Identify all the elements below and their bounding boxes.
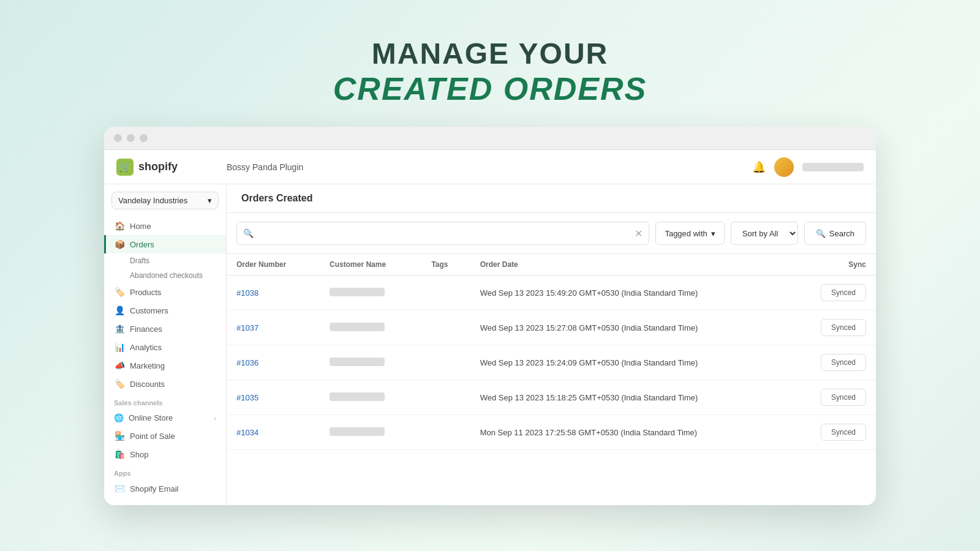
table: Order Number Customer Name Tags Order Da… (227, 254, 876, 450)
tags-cell (421, 345, 470, 380)
orders-icon: 📦 (114, 239, 125, 249)
sidebar-label-discounts: Discounts (130, 380, 165, 389)
online-store-icon: 🌐 (114, 413, 124, 422)
sidebar-item-shop[interactable]: 🛍️ Shop (104, 445, 226, 463)
sidebar: Vandelay Industries ▾ 🏠 Home 📦 Orders Dr… (104, 184, 227, 505)
sort-select[interactable]: Sort by All (731, 222, 798, 245)
sidebar-label-marketing: Marketing (130, 361, 165, 370)
browser-window: 🛒 shopify Bossy Panda Plugin 🔔 Vandelay … (104, 127, 876, 505)
traffic-light-close[interactable] (114, 134, 122, 142)
sidebar-item-online-store[interactable]: 🌐 Online Store › (104, 409, 226, 427)
col-order-number: Order Number (227, 254, 320, 276)
traffic-light-minimize[interactable] (127, 134, 135, 142)
tagged-with-label: Tagged with (665, 229, 707, 238)
table-row: #1034 Mon Sep 11 2023 17:25:58 GMT+0530 … (227, 415, 876, 450)
order-link[interactable]: #1038 (236, 288, 258, 298)
table-header-row: Order Number Customer Name Tags Order Da… (227, 254, 876, 276)
sidebar-item-customers[interactable]: 👤 Customers (104, 301, 226, 320)
sidebar-item-shopify-email[interactable]: ✉️ Shopify Email (104, 479, 226, 498)
search-button-label: Search (829, 229, 854, 238)
search-icon: 🔍 (243, 228, 254, 238)
customers-icon: 👤 (114, 305, 125, 315)
tags-cell (421, 310, 470, 345)
home-icon: 🏠 (114, 221, 125, 231)
email-icon: ✉️ (114, 484, 125, 493)
customer-name-blur (330, 288, 385, 296)
synced-button[interactable]: Synced (821, 319, 866, 336)
notification-bell-icon[interactable]: 🔔 (752, 160, 766, 174)
sidebar-item-products[interactable]: 🏷️ Products (104, 283, 226, 301)
sidebar-label-drafts: Drafts (130, 257, 149, 265)
sidebar-label-finances: Finances (130, 324, 162, 334)
shopify-logo-text: shopify (138, 160, 178, 173)
table-row: #1038 Wed Sep 13 2023 15:49:20 GMT+0530 … (227, 276, 876, 310)
col-order-date: Order Date (470, 254, 789, 276)
hero-line1: MANAGE YOUR (333, 37, 647, 70)
order-link[interactable]: #1037 (236, 323, 258, 332)
clear-icon[interactable]: ✕ (635, 228, 643, 239)
search-btn-icon: 🔍 (816, 229, 826, 238)
synced-button[interactable]: Synced (821, 284, 866, 301)
customer-name-cell (320, 415, 421, 450)
order-number-cell: #1035 (227, 380, 320, 415)
topbar-right: 🔔 (752, 157, 864, 177)
customer-name-blur (330, 358, 385, 366)
search-button[interactable]: 🔍 Search (804, 222, 866, 245)
table-row: #1035 Wed Sep 13 2023 15:18:25 GMT+0530 … (227, 380, 876, 415)
sidebar-label-shopify-email: Shopify Email (130, 484, 178, 493)
sidebar-item-discounts[interactable]: 🏷️ Discounts (104, 375, 226, 393)
avatar (774, 157, 794, 177)
sidebar-label-abandoned: Abandoned checkouts (130, 271, 203, 280)
sidebar-label-shop: Shop (130, 450, 148, 459)
sidebar-item-analytics[interactable]: 📊 Analytics (104, 338, 226, 356)
sidebar-item-orders[interactable]: 📦 Orders (104, 235, 226, 253)
hero-line2: CREATED ORDERS (333, 70, 647, 107)
shopify-topbar: 🛒 shopify Bossy Panda Plugin 🔔 (104, 150, 876, 184)
sync-cell: Synced (789, 276, 876, 310)
tagged-with-button[interactable]: Tagged with ▾ (655, 222, 724, 245)
customer-name-cell (320, 276, 421, 310)
tags-cell (421, 380, 470, 415)
sidebar-item-finances[interactable]: 🏦 Finances (104, 320, 226, 338)
sidebar-item-drafts[interactable]: Drafts (104, 253, 226, 268)
order-date-cell: Wed Sep 13 2023 15:24:09 GMT+0530 (India… (470, 345, 789, 380)
sidebar-item-pos[interactable]: 🏪 Point of Sale (104, 427, 226, 445)
page-title: Orders Created (227, 184, 876, 213)
order-date-cell: Wed Sep 13 2023 15:27:08 GMT+0530 (India… (470, 310, 789, 345)
synced-button[interactable]: Synced (821, 389, 866, 406)
sidebar-item-home[interactable]: 🏠 Home (104, 217, 226, 235)
chevron-down-icon: ▾ (208, 196, 212, 205)
table-row: #1036 Wed Sep 13 2023 15:24:09 GMT+0530 … (227, 345, 876, 380)
order-number-cell: #1036 (227, 345, 320, 380)
plugin-panel: 🔍 ✕ Tagged with ▾ Sort by All 🔍 (227, 213, 876, 505)
main-panel: Orders Created 🔍 ✕ Tagged with ▾ (227, 184, 876, 505)
search-input[interactable] (257, 229, 635, 238)
finances-icon: 🏦 (114, 324, 125, 334)
content-area: Vandelay Industries ▾ 🏠 Home 📦 Orders Dr… (104, 184, 876, 505)
sidebar-item-marketing[interactable]: 📣 Marketing (104, 356, 226, 375)
store-selector[interactable]: Vandelay Industries ▾ (111, 192, 219, 209)
col-customer-name: Customer Name (320, 254, 421, 276)
sidebar-label-products: Products (130, 288, 161, 297)
customer-name-cell (320, 345, 421, 380)
search-box[interactable]: 🔍 ✕ (236, 222, 649, 245)
products-icon: 🏷️ (114, 287, 125, 297)
order-link[interactable]: #1035 (236, 393, 258, 402)
order-link[interactable]: #1036 (236, 358, 258, 367)
shopify-logo-icon: 🛒 (116, 159, 134, 176)
tags-cell (421, 415, 470, 450)
hero-section: MANAGE YOUR CREATED ORDERS (333, 37, 647, 107)
synced-button[interactable]: Synced (821, 424, 866, 441)
order-link[interactable]: #1034 (236, 428, 258, 437)
sidebar-item-abandoned[interactable]: Abandoned checkouts (104, 268, 226, 283)
sidebar-label-orders: Orders (130, 240, 154, 249)
apps-label: Apps (104, 463, 226, 479)
sales-channels-label: Sales channels (104, 393, 226, 409)
tags-cell (421, 276, 470, 310)
synced-button[interactable]: Synced (821, 354, 866, 371)
customer-name-blur (330, 392, 385, 401)
discounts-icon: 🏷️ (114, 379, 125, 389)
order-date-cell: Wed Sep 13 2023 15:18:25 GMT+0530 (India… (470, 380, 789, 415)
traffic-light-maximize[interactable] (140, 134, 148, 142)
customer-name-blur (330, 427, 385, 436)
